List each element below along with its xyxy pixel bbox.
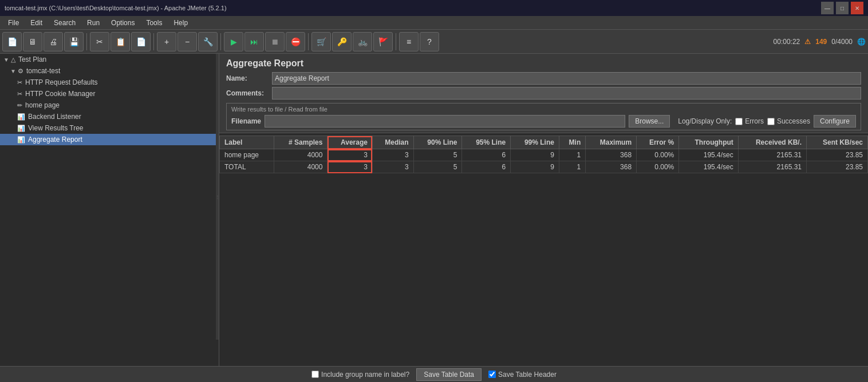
- sidebar-item-view-results-tree[interactable]: 📊 View Results Tree: [0, 122, 219, 134]
- report-button[interactable]: ≡: [399, 32, 419, 51]
- menu-file[interactable]: File: [2, 18, 25, 28]
- stop-button[interactable]: ⏹: [265, 32, 285, 51]
- configure-button[interactable]: Configure: [814, 115, 856, 128]
- sidebar-item-backend-listener[interactable]: 📊 Backend Listener: [0, 111, 219, 122]
- title-bar: tomcat-test.jmx (C:\Users\test\Desktop\t…: [0, 0, 868, 16]
- clear-button[interactable]: 🚲: [353, 32, 372, 51]
- thread-group-icon: ⚙: [18, 67, 23, 75]
- comments-input[interactable]: [272, 87, 861, 100]
- resize-handle[interactable]: ⋮: [216, 54, 219, 340]
- save-table-header-checkbox[interactable]: [488, 371, 496, 378]
- listener-icon: 📊: [17, 113, 25, 121]
- include-group-checkbox[interactable]: [311, 371, 319, 378]
- remove-button[interactable]: −: [177, 32, 197, 51]
- toolbar: 📄 🖥 🖨 💾 ✂ 📋 📄 + − 🔧 ▶ ⏭ ⏹ ⛔ 🛒 🔑 🚲 🚩 ≡ ? …: [0, 30, 868, 54]
- file-section-legend: Write results to file / Read from file: [231, 106, 856, 113]
- cell-min: 1: [559, 161, 585, 173]
- cell-received-kb: 2165.31: [738, 149, 806, 161]
- remote-stop-button[interactable]: 🔑: [332, 32, 352, 51]
- aggregate-table: Label # Samples Average Median 90% Line …: [219, 136, 868, 173]
- paste-button[interactable]: 📄: [131, 32, 151, 51]
- successes-checkbox[interactable]: [767, 118, 775, 125]
- start-no-pause-button[interactable]: ⏭: [244, 32, 264, 51]
- filename-row: Filename Browse... Log/Display Only: Err…: [231, 115, 856, 128]
- new-button[interactable]: 📄: [2, 32, 22, 51]
- request-count: 0/4000: [831, 38, 853, 46]
- col-min: Min: [559, 136, 585, 149]
- col-sent-kb: Sent KB/sec: [807, 136, 868, 149]
- sidebar-item-label: Aggregate Report: [28, 136, 82, 144]
- menu-edit[interactable]: Edit: [25, 18, 48, 28]
- col-error-pct: Error %: [637, 136, 679, 149]
- listener-icon: 📊: [17, 136, 25, 144]
- settings-button[interactable]: 🔧: [198, 32, 218, 51]
- toolbar-separator-5: [396, 33, 396, 50]
- name-input[interactable]: [272, 72, 861, 85]
- table-container: Label # Samples Average Median 90% Line …: [219, 133, 868, 366]
- sidebar-item-aggregate-report[interactable]: 📊 Aggregate Report: [0, 134, 219, 145]
- sidebar-item-label: Test Plan: [18, 55, 46, 63]
- report-header: Aggregate Report Name: Comments: Write r…: [219, 54, 868, 133]
- clear-all-button[interactable]: 🚩: [373, 32, 393, 51]
- col-label: Label: [220, 136, 274, 149]
- open-button[interactable]: 🖨: [44, 32, 63, 51]
- include-group-label: Include group name in label?: [321, 371, 409, 379]
- cut-button[interactable]: ✂: [90, 32, 109, 51]
- col-maximum: Maximum: [586, 136, 637, 149]
- toolbar-separator-1: [86, 33, 87, 50]
- shutdown-button[interactable]: ⛔: [286, 32, 305, 51]
- toolbar-status: 00:00:22 ⚠ 149 0/4000 🌐: [774, 38, 866, 46]
- menu-options[interactable]: Options: [105, 18, 140, 28]
- cell-min: 1: [559, 149, 585, 161]
- menu-tools[interactable]: Tools: [140, 18, 168, 28]
- cell-error-pct: 0.00%: [637, 149, 679, 161]
- sidebar-item-label: Backend Listener: [28, 113, 81, 121]
- cell-99line: 9: [511, 161, 559, 173]
- cell-samples: 4000: [274, 149, 328, 161]
- cell-label: home page: [220, 149, 274, 161]
- bottom-bar: Include group name in label? Save Table …: [0, 366, 868, 382]
- templates-button[interactable]: 🖥: [23, 32, 42, 51]
- save-button[interactable]: 💾: [64, 32, 84, 51]
- sidebar-item-label: HTTP Request Defaults: [25, 78, 98, 86]
- report-title: Aggregate Report: [226, 58, 861, 69]
- col-received-kb: Received KB/.: [738, 136, 806, 149]
- toolbar-separator-2: [153, 33, 154, 50]
- help-button[interactable]: ?: [420, 32, 439, 51]
- close-button[interactable]: ✕: [851, 2, 863, 14]
- copy-button[interactable]: 📋: [111, 32, 130, 51]
- remote-start-button[interactable]: 🛒: [311, 32, 331, 51]
- sidebar-item-http-defaults[interactable]: ✂ HTTP Request Defaults: [0, 77, 219, 88]
- menu-search[interactable]: Search: [48, 18, 81, 28]
- config-icon: ✂: [17, 90, 22, 98]
- sidebar-item-home-page[interactable]: ✏ home page: [0, 100, 219, 111]
- save-table-data-button[interactable]: Save Table Data: [416, 368, 482, 381]
- start-button[interactable]: ▶: [224, 32, 243, 51]
- maximize-button[interactable]: □: [836, 2, 849, 14]
- cell-label: TOTAL: [220, 161, 274, 173]
- browse-button[interactable]: Browse...: [629, 115, 670, 128]
- minimize-button[interactable]: —: [821, 2, 834, 14]
- sidebar-item-http-cookie[interactable]: ✂ HTTP Cookie Manager: [0, 88, 219, 100]
- name-label: Name:: [226, 74, 272, 82]
- errors-checkbox-group: Errors: [735, 117, 764, 125]
- config-icon: ✂: [17, 79, 22, 86]
- filename-input[interactable]: [265, 115, 625, 128]
- col-99line: 99% Line: [511, 136, 559, 149]
- comments-label: Comments:: [226, 89, 272, 97]
- file-section: Write results to file / Read from file F…: [226, 103, 861, 130]
- errors-checkbox[interactable]: [735, 118, 743, 125]
- cell-median: 3: [372, 161, 413, 173]
- menu-help[interactable]: Help: [168, 18, 194, 28]
- cell-samples: 4000: [274, 161, 328, 173]
- cell-throughput: 195.4/sec: [679, 149, 739, 161]
- content-area: Aggregate Report Name: Comments: Write r…: [219, 54, 868, 366]
- sidebar: ▼ △ Test Plan ▼ ⚙ tomcat-test ✂ HTTP Req…: [0, 54, 219, 366]
- col-90line: 90% Line: [413, 136, 462, 149]
- col-median: Median: [372, 136, 413, 149]
- menu-run[interactable]: Run: [81, 18, 105, 28]
- sidebar-item-tomcat-test[interactable]: ▼ ⚙ tomcat-test: [0, 65, 219, 77]
- cell-throughput: 195.4/sec: [679, 161, 739, 173]
- add-button[interactable]: +: [157, 32, 176, 51]
- sidebar-item-test-plan[interactable]: ▼ △ Test Plan: [0, 54, 219, 65]
